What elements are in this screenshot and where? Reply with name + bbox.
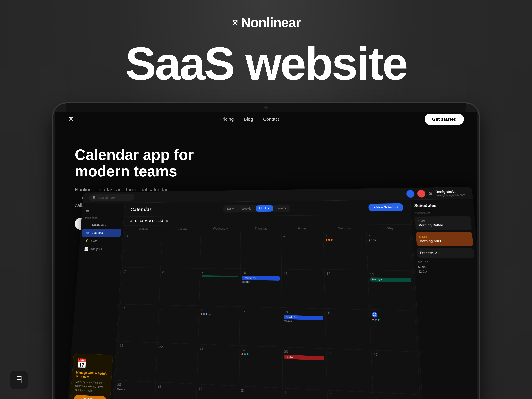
nav-cta-button[interactable]: Get started	[424, 114, 464, 125]
view-btn-yearly[interactable]: Yearly	[274, 205, 290, 211]
sidebar-label-calendar: Calendar	[91, 231, 103, 234]
day-header-thursday: Thursday	[241, 225, 281, 232]
profile-info: Designhub. hello@designhub.com	[435, 189, 465, 197]
profile-email: hello@designhub.com	[436, 194, 465, 197]
day-header-wednesday: Wednesday	[201, 225, 241, 232]
cal-cell-14[interactable]: 14	[118, 304, 159, 343]
dot-24-1	[241, 353, 243, 355]
cell-5-dots	[325, 239, 365, 241]
app-navbar: ⤧ Pricing Blog Contact Get started	[55, 112, 477, 127]
cal-cell-7[interactable]: 7	[120, 268, 161, 305]
cal-cell-23[interactable]: 23	[197, 344, 239, 386]
view-btn-monthly[interactable]: Monthly	[255, 205, 273, 212]
cal-cell-29[interactable]: 28	[154, 382, 197, 399]
event-18-franklin[interactable]: Franklin, 2+	[284, 315, 323, 320]
event-10-franklin[interactable]: Franklin, 2+	[242, 276, 280, 280]
cal-cell-9[interactable]: 9	[199, 268, 240, 307]
cal-cell-20[interactable]: 20	[370, 310, 418, 352]
amount-2: $3 945	[418, 265, 475, 269]
nav-link-blog[interactable]: Blog	[244, 117, 253, 122]
calendar-title: Calendar	[130, 207, 152, 213]
cal-cell-12[interactable]: 12	[324, 270, 369, 309]
schedule-card-3[interactable]: Franklin, 2+	[417, 248, 474, 258]
sidebar-item-calendar[interactable]: ▦ Calendar	[82, 229, 121, 237]
hamburger-icon[interactable]: ☰	[82, 208, 124, 213]
schedules-title: Schedules	[414, 203, 470, 208]
cal-cell-3[interactable]: 3	[241, 232, 282, 269]
brand-logo-icon: ⤧	[231, 18, 239, 27]
sidebar-item-analytics[interactable]: 📊 Analytics	[81, 245, 120, 253]
cal-cell-4[interactable]: 4	[282, 232, 324, 270]
new-schedule-button[interactable]: + New Schedule	[368, 203, 404, 211]
cell-28-label: Hawkins	[117, 388, 154, 392]
schedule-time-1: 1 Mar	[418, 219, 468, 222]
tablet-camera-bar	[66, 103, 466, 112]
event-10-amount: $880.00	[242, 281, 280, 284]
nav-logo-icon: ⤧	[68, 115, 74, 123]
nav-link-contact[interactable]: Contact	[263, 117, 279, 122]
cal-cell-25[interactable]: 25 Holiday	[282, 347, 327, 390]
cal-cell-30[interactable]: 30	[122, 232, 162, 268]
cal-cell-15[interactable]: 15	[158, 305, 199, 344]
event-13[interactable]: Team sync	[370, 278, 411, 282]
day-header-sunday: Sunday	[366, 225, 410, 232]
cal-cell-18[interactable]: 18 Franklin, 2+ $980.00	[282, 308, 326, 349]
calendar-day-headers: Monday Tuesday Wednesday Thursday Friday…	[123, 225, 412, 232]
cal-cell-1[interactable]: 1	[161, 232, 201, 268]
prev-month-arrow[interactable]: ◀	[130, 219, 132, 223]
dot-24-3	[247, 354, 248, 355]
sidebar-item-event[interactable]: ⚡ Event	[81, 237, 121, 245]
day-header-friday: Friday	[281, 225, 323, 232]
gear-icon[interactable]: ⚙	[428, 191, 433, 196]
cal-cell-16[interactable]: 16 2+	[198, 306, 240, 345]
cal-cell-10[interactable]: 10 Franklin, 2+ $880.00	[240, 269, 282, 307]
next-month-arrow[interactable]: ▶	[166, 219, 169, 223]
cal-cell-19[interactable]: 19	[325, 309, 371, 350]
dot-1	[325, 239, 327, 241]
framer-badge[interactable]: ᖷ	[10, 371, 28, 389]
cal-cell-27[interactable]: 27	[371, 350, 420, 394]
tablet-camera	[264, 106, 268, 109]
cal-cell-5[interactable]: 5	[323, 232, 368, 270]
cal-cell-28[interactable]: 28 Hawkins	[113, 380, 156, 399]
nav-link-pricing[interactable]: Pricing	[220, 117, 234, 122]
sidebar-promo-card: 📅 Manage your schedule right now Our AI …	[70, 353, 113, 399]
cal-cell-31[interactable]: 31	[239, 386, 283, 399]
cal-cell-11[interactable]: 11	[282, 269, 325, 308]
event-25[interactable]: Holiday	[284, 355, 324, 361]
cal-cell-21[interactable]: 21	[116, 342, 157, 382]
view-btn-daily[interactable]: Daily	[224, 206, 237, 212]
search-icon: 🔍	[92, 196, 96, 200]
dot-16-3	[206, 313, 207, 315]
sidebar-label-dashboard: Dashboard	[92, 223, 106, 227]
cal-cell-8[interactable]: 8	[159, 268, 200, 306]
event-9[interactable]	[202, 275, 238, 277]
promo-text: Our AI system will create report automat…	[75, 380, 107, 393]
tablet-screen: ⤧ Pricing Blog Contact Get started Calen…	[55, 112, 477, 399]
cal-cell-30b[interactable]: 30	[196, 384, 239, 399]
dot-16-more: 2+	[209, 313, 211, 316]
calendar-view-buttons: Daily Weekly Monthly Yearly	[223, 204, 291, 213]
page-wrapper: ⤧ Nonlinear SaaS website ⤧	[0, 0, 532, 399]
tablet-mockup: ⤧ Pricing Blog Contact Get started Calen…	[53, 103, 479, 399]
dashboard-icon: ⊞	[86, 223, 90, 227]
schedule-card-2[interactable]: $ 5.65 Morning brief	[416, 232, 473, 246]
promo-cta-button[interactable]: OK, Lets go	[74, 395, 106, 399]
cal-cell-13[interactable]: 13 Team sync	[368, 270, 415, 310]
dot-3	[331, 239, 332, 241]
calendar-search[interactable]: 🔍 Search here...	[89, 194, 134, 201]
view-btn-weekly[interactable]: Weekly	[238, 205, 255, 212]
nav-links: Pricing Blog Contact	[220, 117, 279, 122]
sidebar-item-dashboard[interactable]: ⊞ Dashboard	[82, 221, 122, 228]
cal-cell-22[interactable]: 22	[156, 343, 198, 384]
cal-cell-2[interactable]: 2	[200, 232, 241, 269]
cell-6-amount: $ 5.65	[369, 239, 409, 242]
cal-cell-6[interactable]: 6 $ 5.65	[366, 232, 412, 271]
cal-cell-26[interactable]: 26	[326, 349, 373, 392]
profile-avatar-blue	[406, 190, 415, 197]
schedule-card-1[interactable]: 1 Mar Morning Coffee	[415, 216, 472, 230]
cal-cell-17[interactable]: 17	[240, 307, 282, 347]
cal-cell-24[interactable]: 24	[239, 346, 282, 388]
event-18-amount: $980.00	[284, 320, 323, 323]
schedule-name-1: Morning Coffee	[418, 223, 469, 227]
